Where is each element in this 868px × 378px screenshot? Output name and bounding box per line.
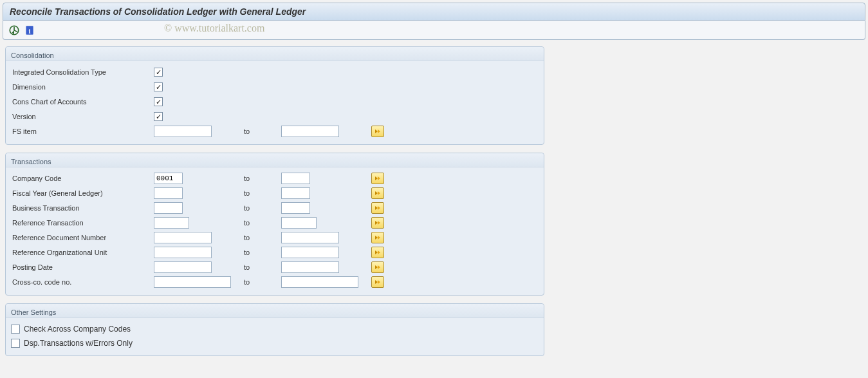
multi-select-btrans[interactable] xyxy=(371,202,384,214)
multi-select-fs-item[interactable] xyxy=(371,126,384,137)
label-fs-item: FS item xyxy=(11,128,154,135)
group-title-consolidation: Consolidation xyxy=(6,47,544,61)
to-label: to xyxy=(244,219,281,227)
group-other-settings: Other Settings ✓ Check Across Company Co… xyxy=(5,303,544,356)
input-fs-item-to[interactable] xyxy=(281,126,339,137)
label-ccno: Cross-co. code no. xyxy=(11,278,154,286)
to-label: to xyxy=(244,263,281,271)
label-version: Version xyxy=(11,113,154,120)
input-rorg-to[interactable] xyxy=(281,247,339,258)
input-rtrans-to[interactable] xyxy=(281,217,317,229)
group-title-other: Other Settings xyxy=(6,304,544,318)
multi-select-ccode[interactable] xyxy=(371,173,384,184)
page-title: Reconcile Transactions of Consolidation … xyxy=(10,6,858,17)
multi-select-rtrans[interactable] xyxy=(371,217,384,229)
checkbox-dsp-errors-only[interactable]: ✓ xyxy=(11,339,20,348)
input-ccno-to[interactable] xyxy=(281,276,358,288)
to-label: to xyxy=(244,249,281,256)
multi-select-ccno[interactable] xyxy=(371,276,384,288)
label-check-across-company-codes: Check Across Company Codes xyxy=(24,325,131,334)
label-cons-chart-of-accounts: Cons Chart of Accounts xyxy=(11,98,154,106)
input-pdate-from[interactable] xyxy=(154,261,212,273)
input-fs-item-from[interactable] xyxy=(154,126,212,137)
checkbox-dimension[interactable]: ✓ xyxy=(154,82,163,91)
input-rdoc-to[interactable] xyxy=(281,232,339,243)
svg-text:i: i xyxy=(28,26,30,34)
label-dimension: Dimension xyxy=(11,83,154,91)
to-label: to xyxy=(244,234,281,241)
title-bar: Reconcile Transactions of Consolidation … xyxy=(3,3,865,21)
label-rorg: Reference Organizational Unit xyxy=(11,249,154,256)
input-ccno-from[interactable] xyxy=(154,276,231,288)
input-rdoc-from[interactable] xyxy=(154,232,212,243)
to-label: to xyxy=(244,278,281,286)
input-rtrans-from[interactable] xyxy=(154,217,189,229)
label-dsp-errors-only: Dsp.Transactions w/Errors Only xyxy=(24,339,133,348)
group-transactions: Transactions Company CodetoFiscal Year (… xyxy=(5,153,544,296)
input-btrans-from[interactable] xyxy=(154,202,183,214)
application-toolbar: i xyxy=(3,21,865,40)
input-fyear-to[interactable] xyxy=(281,187,310,199)
multi-select-pdate[interactable] xyxy=(371,261,384,273)
execute-icon[interactable] xyxy=(8,24,20,36)
label-rdoc: Reference Document Number xyxy=(11,234,154,241)
to-label: to xyxy=(244,204,281,212)
checkbox-integrated-consolidation-type[interactable]: ✓ xyxy=(154,68,163,77)
input-rorg-from[interactable] xyxy=(154,247,212,258)
label-btrans: Business Transaction xyxy=(11,204,154,212)
info-icon[interactable]: i xyxy=(24,24,35,36)
to-label: to xyxy=(244,128,281,135)
label-fyear: Fiscal Year (General Ledger) xyxy=(11,189,154,197)
input-ccode-from[interactable] xyxy=(154,173,183,184)
to-label: to xyxy=(244,189,281,197)
multi-select-fyear[interactable] xyxy=(371,187,384,199)
multi-select-rorg[interactable] xyxy=(371,247,384,258)
group-title-transactions: Transactions xyxy=(6,153,544,167)
input-ccode-to[interactable] xyxy=(281,173,310,184)
to-label: to xyxy=(244,175,281,182)
label-integrated-consolidation-type: Integrated Consolidation Type xyxy=(11,68,154,76)
group-consolidation: Consolidation Integrated Consolidation T… xyxy=(5,46,544,145)
checkbox-cons-chart-of-accounts[interactable]: ✓ xyxy=(154,97,163,106)
label-rtrans: Reference Transaction xyxy=(11,219,154,227)
multi-select-rdoc[interactable] xyxy=(371,232,384,243)
input-btrans-to[interactable] xyxy=(281,202,310,214)
checkbox-version[interactable]: ✓ xyxy=(154,112,163,121)
input-pdate-to[interactable] xyxy=(281,261,339,273)
label-ccode: Company Code xyxy=(11,175,154,182)
label-pdate: Posting Date xyxy=(11,263,154,271)
input-fyear-from[interactable] xyxy=(154,187,183,199)
checkbox-check-across-company-codes[interactable]: ✓ xyxy=(11,325,20,334)
